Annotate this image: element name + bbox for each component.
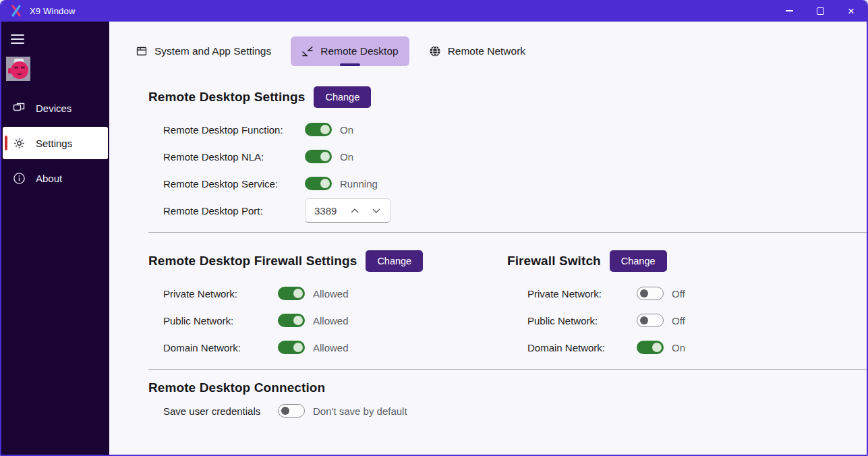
tab-remote-desktop[interactable]: Remote Desktop	[291, 36, 409, 66]
sidebar-item-label: Settings	[36, 138, 72, 149]
port-decrement-button[interactable]	[366, 201, 387, 220]
setting-row-private-network: Private Network: Allowed	[148, 280, 507, 307]
setting-label: Remote Desktop NLA:	[163, 151, 305, 163]
port-increment-button[interactable]	[344, 201, 366, 220]
private-network-switch-toggle[interactable]	[637, 287, 664, 300]
tab-label: Remote Network	[448, 45, 525, 57]
section-firewall-switch: Firewall Switch Change Private Network: …	[507, 250, 867, 361]
change-firewall-switch-button[interactable]: Change	[610, 250, 667, 272]
section-remote-desktop-settings: Remote Desktop Settings Change Remote De…	[148, 86, 867, 224]
tab-label: Remote Desktop	[320, 45, 398, 57]
sidebar-item-about[interactable]: About	[1, 162, 109, 194]
avatar	[6, 57, 30, 81]
section-divider	[148, 232, 867, 233]
app-window: X9 Window ×	[0, 0, 868, 456]
info-icon	[13, 172, 26, 185]
setting-row-rdp-service: Remote Desktop Service: Running	[148, 170, 867, 197]
private-network-toggle[interactable]	[278, 287, 305, 300]
sidebar: Devices Settings About	[1, 22, 109, 455]
close-button[interactable]: ×	[836, 0, 867, 22]
change-firewall-settings-button[interactable]: Change	[366, 250, 423, 272]
maximize-button[interactable]	[805, 0, 836, 22]
port-value: 3389	[314, 205, 339, 217]
remote-connect-icon	[301, 45, 314, 57]
section-title: Remote Desktop Connection	[148, 380, 325, 395]
tab-selected-underline	[340, 63, 360, 66]
selected-indicator	[5, 136, 7, 150]
app-logo-icon	[9, 4, 23, 18]
setting-row-domain-network-switch: Domain Network: On	[507, 334, 867, 361]
setting-row-save-credentials: Save user credentials Don't save by defa…	[148, 398, 867, 424]
gear-icon	[13, 137, 26, 150]
domain-network-switch-toggle[interactable]	[637, 341, 664, 354]
setting-label: Public Network:	[163, 315, 278, 326]
setting-row-private-network-switch: Private Network: Off	[507, 280, 867, 307]
setting-state: On	[340, 124, 353, 136]
setting-row-public-network: Public Network: Allowed	[148, 307, 507, 334]
tab-system-and-app-settings[interactable]: System and App Settings	[125, 36, 282, 66]
setting-row-domain-network: Domain Network: Allowed	[148, 334, 507, 361]
sidebar-item-devices[interactable]: Devices	[1, 92, 109, 124]
hamburger-menu-button[interactable]	[11, 32, 24, 47]
setting-state: Allowed	[313, 288, 349, 300]
change-rdp-settings-button[interactable]: Change	[314, 86, 371, 108]
setting-state: Allowed	[313, 315, 349, 326]
setting-label: Domain Network:	[527, 342, 637, 353]
setting-label: Domain Network:	[163, 342, 278, 353]
window-title: X9 Window	[30, 6, 76, 16]
chevron-down-icon	[372, 208, 380, 213]
devices-icon	[13, 102, 26, 115]
section-firewall: Remote Desktop Firewall Settings Change …	[148, 250, 867, 361]
sidebar-item-label: Devices	[36, 103, 71, 114]
public-network-toggle[interactable]	[278, 314, 305, 327]
setting-state: Off	[672, 288, 685, 300]
rdp-function-toggle[interactable]	[305, 123, 332, 136]
sidebar-nav: Devices Settings About	[1, 92, 109, 197]
setting-label: Private Network:	[163, 288, 278, 300]
minimize-button[interactable]	[774, 0, 805, 22]
tab-bar: System and App Settings Remote Desktop	[125, 36, 867, 66]
setting-state: On	[340, 151, 353, 163]
main-content: System and App Settings Remote Desktop	[109, 22, 867, 455]
setting-label: Remote Desktop Function:	[163, 124, 305, 136]
setting-state: Allowed	[313, 342, 349, 353]
section-title: Remote Desktop Settings	[148, 90, 305, 105]
setting-state: On	[672, 342, 685, 353]
app-grid-icon	[136, 45, 148, 57]
section-rdp-firewall-settings: Remote Desktop Firewall Settings Change …	[148, 250, 507, 361]
setting-label: Remote Desktop Service:	[163, 178, 305, 190]
chevron-up-icon	[351, 208, 359, 213]
sidebar-item-settings[interactable]: Settings	[3, 127, 108, 159]
setting-row-rdp-function: Remote Desktop Function: On	[148, 116, 867, 143]
window-controls: ×	[774, 0, 867, 22]
tab-remote-network[interactable]: Remote Network	[418, 36, 536, 66]
setting-label: Remote Desktop Port:	[163, 205, 305, 217]
setting-state: Running	[340, 178, 378, 190]
section-title: Firewall Switch	[507, 254, 601, 268]
setting-state: Off	[672, 315, 685, 326]
setting-state: Don't save by default	[313, 405, 407, 417]
setting-label: Private Network:	[527, 288, 637, 300]
port-number-input[interactable]: 3389	[305, 198, 390, 223]
globe-icon	[429, 45, 441, 57]
setting-label: Save user credentials	[163, 405, 278, 417]
setting-row-public-network-switch: Public Network: Off	[507, 307, 867, 334]
rdp-service-toggle[interactable]	[305, 177, 332, 190]
sidebar-item-label: About	[36, 173, 62, 184]
tab-label: System and App Settings	[154, 45, 271, 57]
section-divider	[148, 369, 867, 370]
domain-network-toggle[interactable]	[278, 341, 305, 354]
setting-row-rdp-port: Remote Desktop Port: 3389	[148, 197, 867, 224]
section-title: Remote Desktop Firewall Settings	[148, 254, 357, 268]
public-network-switch-toggle[interactable]	[637, 314, 664, 327]
save-credentials-toggle[interactable]	[278, 404, 305, 418]
setting-label: Public Network:	[527, 315, 637, 326]
section-rdp-connection: Remote Desktop Connection Save user cred…	[148, 380, 867, 424]
titlebar: X9 Window ×	[1, 0, 867, 22]
rdp-nla-toggle[interactable]	[305, 150, 332, 163]
setting-row-rdp-nla: Remote Desktop NLA: On	[148, 143, 867, 170]
